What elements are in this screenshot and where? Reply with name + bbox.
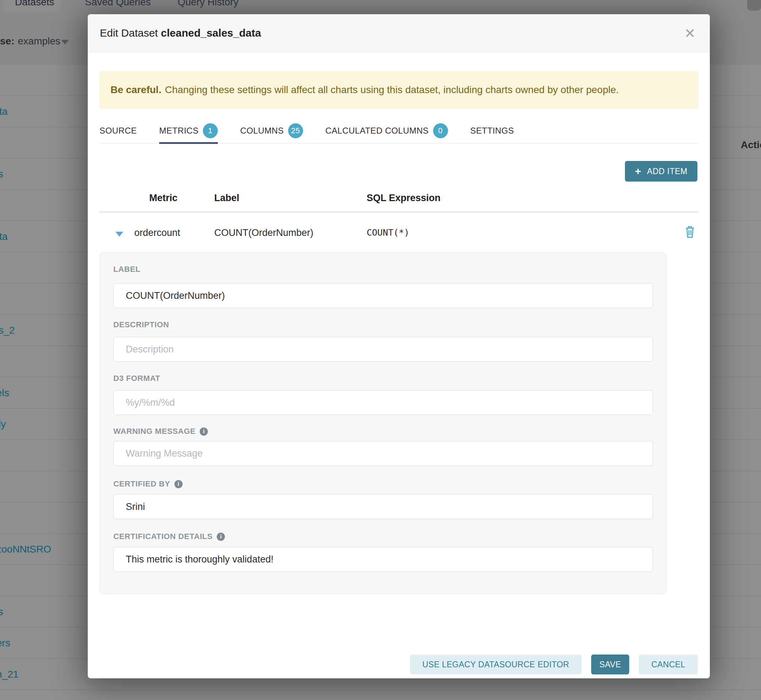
modal-title: Edit Dataset cleaned_sales_data (88, 27, 261, 39)
tab-columns-label: COLUMNS (240, 126, 284, 136)
warning-banner-bold: Be careful. (111, 84, 161, 95)
column-header-sql-expression: SQL Expression (367, 192, 441, 204)
d3-format-field-label-text: D3 FORMAT (113, 374, 160, 383)
description-field-input[interactable] (113, 337, 653, 362)
column-header-metric: Metric (149, 192, 178, 204)
add-item-label: ADD ITEM (647, 167, 688, 176)
columns-count-badge: 25 (288, 123, 303, 138)
column-header-label: Label (214, 192, 239, 204)
warning-message-field-label: WARNING MESSAGE i (113, 427, 208, 436)
tab-settings-label: SETTINGS (470, 126, 514, 136)
collapse-caret-icon[interactable] (116, 232, 123, 237)
info-icon[interactable]: i (175, 480, 183, 488)
tab-source[interactable]: SOURCE (100, 118, 137, 144)
d3-format-field-label: D3 FORMAT (113, 374, 160, 383)
metric-sql-cell: COUNT(*) (367, 227, 409, 238)
table-header-divider (100, 211, 698, 212)
close-icon[interactable]: ✕ (681, 24, 699, 43)
d3-format-field-input[interactable] (113, 390, 653, 415)
warning-banner-text: Changing these settings will affect all … (165, 84, 619, 95)
tab-calculated-columns-label: CALCULATED COLUMNS (325, 126, 429, 136)
warning-message-field-input[interactable] (113, 441, 653, 466)
warning-banner: Be careful. Changing these settings will… (100, 71, 698, 109)
tab-source-label: SOURCE (100, 126, 137, 136)
metric-label-cell: COUNT(OrderNumber) (214, 227, 313, 238)
modal-header: Edit Dataset cleaned_sales_data ✕ (88, 14, 710, 52)
cancel-button[interactable]: CANCEL (639, 655, 698, 674)
tab-settings[interactable]: SETTINGS (470, 118, 514, 144)
label-field-label: LABEL (113, 265, 140, 274)
info-icon[interactable]: i (200, 427, 208, 436)
delete-metric-trash-icon[interactable] (684, 225, 696, 239)
tab-columns[interactable]: COLUMNS 25 (240, 118, 303, 144)
certification-details-field-label-text: CERTIFICATION DETAILS (113, 532, 213, 541)
modal-tabs: SOURCE METRICS 1 COLUMNS 25 CALCULATED C… (100, 118, 698, 144)
save-button[interactable]: SAVE (591, 655, 629, 674)
modal-title-prefix: Edit Dataset (100, 27, 161, 39)
edit-dataset-modal: Edit Dataset cleaned_sales_data ✕ Be car… (88, 14, 710, 678)
tab-calculated-columns[interactable]: CALCULATED COLUMNS 0 (325, 118, 448, 144)
warning-message-field-label-text: WARNING MESSAGE (113, 427, 195, 436)
use-legacy-datasource-editor-button[interactable]: USE LEGACY DATASOURCE EDITOR (410, 655, 581, 674)
plus-icon: + (635, 166, 641, 177)
metric-name-cell: ordercount (134, 227, 180, 238)
modal-title-dataset-name: cleaned_sales_data (161, 27, 261, 39)
metric-detail-panel: LABEL DESCRIPTION D3 FORMAT WARNING MESS… (100, 252, 666, 594)
tab-metrics-label: METRICS (159, 126, 198, 136)
metrics-count-badge: 1 (203, 123, 218, 138)
label-field-input[interactable] (113, 283, 653, 308)
modal-footer: USE LEGACY DATASOURCE EDITOR SAVE CANCEL (88, 655, 710, 674)
info-icon[interactable]: i (217, 533, 225, 541)
description-field-label-text: DESCRIPTION (113, 320, 169, 330)
tab-metrics[interactable]: METRICS 1 (159, 118, 218, 144)
calculated-columns-count-badge: 0 (433, 123, 448, 138)
label-field-label-text: LABEL (113, 265, 140, 274)
certified-by-field-label-text: CERTIFIED BY (113, 479, 170, 489)
certification-details-field-label: CERTIFICATION DETAILS i (113, 532, 225, 541)
certification-details-field-input[interactable] (113, 547, 653, 572)
certified-by-field-input[interactable] (113, 494, 653, 519)
add-item-button[interactable]: + ADD ITEM (625, 161, 697, 181)
certified-by-field-label: CERTIFIED BY i (113, 479, 183, 489)
description-field-label: DESCRIPTION (113, 320, 169, 330)
